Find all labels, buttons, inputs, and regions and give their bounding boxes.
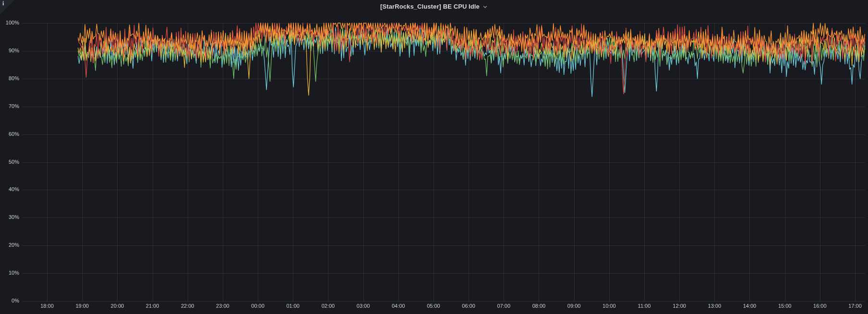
panel-info-corner[interactable]: [0, 0, 14, 14]
panel-title-menu[interactable]: [StarRocks_Cluster] BE CPU Idle: [380, 3, 488, 10]
panel-header: [StarRocks_Cluster] BE CPU Idle: [0, 0, 868, 12]
cpu-idle-timeseries-canvas[interactable]: [0, 0, 868, 314]
chevron-down-icon: [482, 4, 488, 10]
grafana-panel: i [StarRocks_Cluster] BE CPU Idle: [0, 0, 868, 314]
panel-title-text: [StarRocks_Cluster] BE CPU Idle: [380, 3, 480, 10]
